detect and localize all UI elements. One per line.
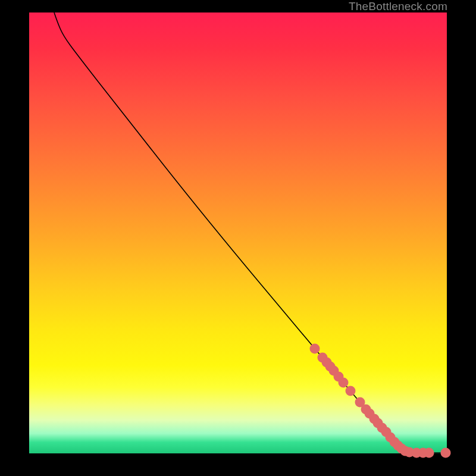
watermark-label: TheBottleneck.com bbox=[349, 0, 447, 13]
data-marker bbox=[346, 386, 356, 396]
data-marker bbox=[310, 344, 320, 354]
chart-frame: TheBottleneck.com bbox=[0, 0, 476, 476]
data-marker bbox=[441, 448, 451, 458]
chart-svg bbox=[29, 12, 447, 453]
data-markers bbox=[310, 344, 451, 458]
curve-line bbox=[54, 12, 446, 453]
data-marker bbox=[339, 378, 349, 388]
data-marker bbox=[424, 448, 434, 458]
